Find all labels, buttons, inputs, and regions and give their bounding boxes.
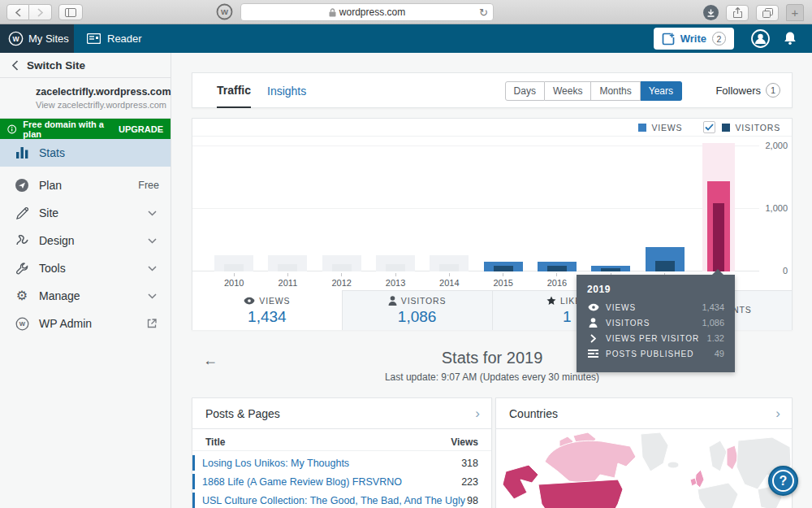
write-label: Write	[680, 33, 706, 45]
chart-column-2019[interactable]	[692, 137, 745, 271]
chevron-down-icon	[145, 238, 159, 244]
visitors-checkbox[interactable]	[703, 121, 715, 133]
chart-column-2016[interactable]	[530, 137, 584, 271]
wordpress-favicon-button[interactable]: W	[216, 3, 235, 21]
world-map-svg	[496, 429, 792, 508]
y-tick-2000: 2,000	[747, 141, 788, 150]
period-days-button[interactable]: Days	[505, 81, 545, 101]
upgrade-button[interactable]: UPGRADE	[119, 124, 163, 134]
posts-pages-title: Posts & Pages	[205, 407, 280, 420]
column-views: Views	[451, 436, 478, 448]
tooltip-row-views: VIEWS 1,434	[587, 302, 724, 312]
x-axis-label-2013: 2013	[369, 273, 422, 288]
tab-overview-button[interactable]	[756, 5, 779, 21]
chart-column-2010[interactable]	[207, 137, 261, 271]
tabs-icon	[762, 8, 773, 18]
summary-tab-visitors[interactable]: VISITORS 1,086	[342, 290, 492, 330]
new-tab-button[interactable]: +	[786, 4, 804, 21]
site-view-link[interactable]: View zacelectrifly.wordpress.com	[36, 100, 171, 110]
post-link[interactable]: USL Culture Collection: The Good, The Ba…	[202, 495, 467, 506]
share-button[interactable]	[726, 5, 749, 21]
notifications-bell-button[interactable]	[783, 31, 797, 49]
countries-card: Countries ›	[495, 397, 793, 508]
sidebar-item-plan[interactable]: Plan Free	[0, 172, 171, 199]
tab-traffic[interactable]: Traffic	[217, 73, 251, 108]
tooltip-value: 1,086	[702, 318, 724, 328]
download-arrow-icon	[707, 9, 715, 17]
period-months-button[interactable]: Months	[591, 81, 640, 101]
period-years-button[interactable]: Years	[641, 81, 682, 101]
x-axis-tick	[287, 273, 288, 276]
sidebar-item-label: Plan	[39, 179, 128, 192]
followers-count-badge: 1	[766, 83, 780, 98]
views-bar	[591, 266, 630, 271]
column-title: Title	[205, 436, 225, 448]
sidebar-item-tools[interactable]: Tools	[0, 254, 171, 282]
views-bar	[322, 255, 361, 271]
chevron-down-icon	[145, 266, 159, 271]
gear-icon: ⚙	[15, 289, 29, 302]
sidebar-item-manage[interactable]: ⚙ Manage	[0, 282, 171, 310]
posts-pages-header[interactable]: Posts & Pages ›	[192, 398, 491, 429]
period-selector: Days Weeks Months Years	[505, 81, 682, 101]
external-link-icon	[145, 319, 159, 328]
current-site-card[interactable]: zacelectrifly.wordpress.com View zacelec…	[0, 78, 171, 119]
x-axis-label-2011: 2011	[261, 273, 314, 288]
post-link[interactable]: Losing Los Unikos: My Thoughts	[202, 458, 461, 469]
sidebar-item-label: Stats	[39, 146, 159, 159]
sidebar-item-label: Tools	[39, 262, 135, 275]
x-axis-tick	[556, 273, 557, 276]
help-button[interactable]: ?	[768, 466, 798, 496]
x-axis-tick	[395, 273, 396, 276]
write-button[interactable]: Write 2	[654, 28, 734, 50]
chart-tooltip-2019: 2019 VIEWS 1,434 VISITORS 1,086 VIEWS PE…	[577, 275, 735, 372]
period-weeks-button[interactable]: Weeks	[545, 81, 591, 101]
chart-column-2011[interactable]	[261, 137, 314, 271]
sidebar-item-design[interactable]: Design	[0, 227, 171, 254]
posts-list-icon	[587, 350, 599, 358]
my-sites-button[interactable]: W My Sites	[0, 24, 74, 53]
visitors-bar	[547, 266, 567, 271]
visitors-bar	[713, 203, 724, 271]
reader-button[interactable]: Reader	[74, 24, 155, 53]
countries-header[interactable]: Countries ›	[496, 398, 792, 429]
tooltip-value: 1.32	[707, 333, 724, 343]
summary-tab-views[interactable]: VIEWS 1,434	[192, 290, 342, 330]
wrench-icon	[15, 263, 29, 275]
sidebar-item-stats[interactable]: Stats	[0, 139, 171, 167]
sidebar-item-site[interactable]: Site	[0, 199, 171, 227]
chart-column-2013[interactable]	[369, 137, 422, 271]
legend-views[interactable]: VIEWS	[638, 123, 682, 132]
legend-visitors[interactable]: VISITORS	[703, 121, 780, 133]
post-link[interactable]: 1868 Life (A Game Review Blog) FRSVRNO	[202, 476, 461, 488]
table-row: USL Culture Collection: The Good, The Ba…	[192, 491, 491, 508]
switch-site-button[interactable]: Switch Site	[0, 53, 171, 78]
visitors-bar	[386, 264, 405, 271]
tooltip-row-views-per-visitor: VIEWS PER VISITOR 1.32	[587, 333, 724, 343]
tooltip-title: 2019	[587, 284, 724, 295]
views-bar	[214, 255, 253, 271]
sidebar-panel-icon	[65, 8, 76, 17]
summary-tab-label: VIEWS	[259, 296, 290, 306]
user-avatar[interactable]	[751, 29, 770, 51]
browser-back-button[interactable]	[6, 4, 29, 20]
views-bar	[484, 262, 523, 271]
sidebar-item-wp-admin[interactable]: W WP Admin	[0, 310, 171, 337]
downloads-button[interactable]	[703, 5, 719, 20]
tab-insights[interactable]: Insights	[267, 73, 306, 108]
sidebar-item-label: Design	[39, 234, 135, 247]
reload-icon[interactable]: ↻	[479, 7, 488, 19]
chart-column-2018[interactable]	[637, 137, 691, 271]
followers-link[interactable]: Followers 1	[715, 83, 780, 98]
svg-text:W: W	[19, 320, 25, 328]
chart-column-2012[interactable]	[315, 137, 369, 271]
upgrade-banner[interactable]: Free domain with a plan UPGRADE	[0, 119, 171, 139]
browser-forward-button[interactable]	[29, 4, 52, 20]
browser-address-bar[interactable]: wordpress.com ↻	[240, 3, 494, 21]
chart-column-2017[interactable]	[584, 137, 637, 271]
last-update-text: Last update: 9:07 AM (Updates every 30 m…	[192, 371, 793, 383]
chart-column-2015[interactable]	[476, 137, 529, 271]
browser-sidebar-button[interactable]	[58, 4, 83, 20]
chart-column-2014[interactable]	[422, 137, 476, 271]
my-sites-label: My Sites	[28, 33, 69, 45]
